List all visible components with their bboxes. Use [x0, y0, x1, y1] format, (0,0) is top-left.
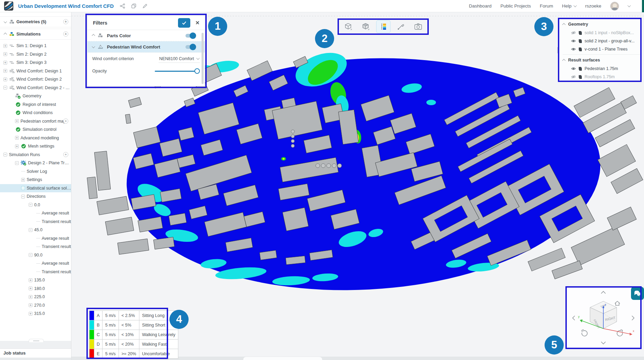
scene-section-geometry[interactable]: Geometry — [559, 20, 641, 29]
close-filters-button[interactable]: ✕ — [194, 19, 201, 27]
expand-toggle-icon[interactable]: + — [21, 178, 25, 182]
add-button[interactable]: + — [63, 31, 68, 37]
tree-item-135-0[interactable]: +135.0 — [0, 276, 71, 285]
nav-public-projects[interactable]: Public Projects — [501, 3, 531, 9]
collapse-toggle-icon[interactable]: − — [29, 203, 32, 207]
opacity-slider-knob[interactable] — [194, 68, 200, 74]
tree-item-settings[interactable]: +Settings — [0, 176, 71, 184]
user-menu-chevron-icon[interactable] — [628, 4, 631, 7]
eye-hidden-icon[interactable] — [571, 75, 576, 79]
chevron-down-icon[interactable] — [4, 20, 7, 23]
tree-item-wind-conditions[interactable]: Wind conditions — [0, 109, 71, 117]
add-button[interactable]: + — [63, 19, 68, 24]
collapse-toggle-icon[interactable]: − — [29, 253, 32, 257]
screenshot-button[interactable] — [411, 20, 425, 33]
scene-item-pedestrian-1-75m[interactable]: Pedestrian 1.75m — [559, 65, 641, 73]
tree-item-45-0[interactable]: −45.0 — [0, 226, 71, 234]
collapse-toggle-icon[interactable]: − — [15, 161, 19, 165]
eye-visible-icon[interactable] — [571, 39, 576, 43]
expand-toggle-icon[interactable]: + — [3, 44, 7, 48]
expand-toggle-icon[interactable]: + — [3, 52, 7, 56]
chevron-down-icon[interactable] — [92, 45, 95, 48]
expand-toggle-icon[interactable]: + — [29, 287, 32, 290]
wireframe-cube-button[interactable] — [341, 20, 355, 33]
expand-toggle-icon[interactable]: + — [15, 144, 19, 148]
eye-hidden-icon[interactable] — [571, 31, 576, 35]
collapse-toggle-icon[interactable]: − — [3, 86, 7, 89]
viewport-bottom-popup[interactable] — [243, 357, 322, 360]
expand-toggle-icon[interactable]: + — [15, 136, 19, 140]
tree-item-region-of-interest[interactable]: Region of interest — [0, 100, 71, 109]
tree-item-average-result[interactable]: Average result — [0, 259, 71, 268]
navigation-cube-panel[interactable]: TOP FRONT RIGHT z y x — [567, 288, 640, 348]
scene-section-result-surfaces[interactable]: Result surfaces — [559, 56, 641, 65]
tree-item-transient-result[interactable]: Transient result — [0, 268, 71, 276]
expand-toggle-icon[interactable]: + — [29, 278, 32, 282]
panel-drag-handle[interactable] — [557, 47, 559, 53]
expand-toggle-icon[interactable]: + — [29, 295, 32, 299]
tree-item-average-result[interactable]: Average result — [0, 234, 71, 243]
probe-button[interactable] — [394, 20, 408, 33]
add-button[interactable]: + — [63, 152, 68, 157]
tree-item-average-result[interactable]: Average result — [0, 209, 71, 218]
scene-item-solid-1-input-noslipbox[interactable]: solid 1 input - noSlipBox... — [559, 29, 641, 37]
nav-dashboard[interactable]: Dashboard — [469, 3, 492, 9]
collapse-toggle-icon[interactable]: − — [21, 186, 25, 190]
scene-item-v-cond-1-plane-trees[interactable]: v-cond 1 - Plane Trees — [559, 45, 641, 53]
expand-toggle-icon[interactable]: + — [3, 69, 7, 73]
expand-toggle-icon[interactable]: + — [3, 61, 7, 65]
chat-support-button[interactable] — [631, 287, 644, 300]
scene-item-rooftops-1-75m[interactable]: Rooftops 1.75m — [559, 73, 641, 81]
tree-item-wind-comfort-design-1[interactable]: +Wind Comfort: Design 1 — [0, 67, 71, 75]
filters-scrollbar[interactable] — [202, 33, 204, 84]
collapse-toggle-icon[interactable]: − — [21, 195, 25, 198]
app-logo-icon[interactable] — [4, 1, 13, 11]
job-status-drag-handle[interactable] — [29, 339, 44, 342]
tree-item-advanced-modelling[interactable]: +Advanced modelling — [0, 134, 71, 142]
visibility-toggle[interactable] — [186, 34, 195, 38]
copy-icon[interactable] — [131, 3, 136, 9]
tree-item-wind-comfort-design-2-tree[interactable]: −Wind Comfort: Design 2 - Tree ... — [0, 84, 71, 92]
add-button[interactable]: + — [63, 119, 68, 124]
filter-row-parts-color[interactable]: Parts Color — [87, 30, 205, 41]
chat-edge-tab[interactable] — [642, 0, 644, 12]
color-legend-button[interactable] — [376, 20, 390, 33]
tree-item-directions[interactable]: −Directions — [0, 192, 71, 201]
tree-item-pedestrian-comfort-map[interactable]: +Pedestrian comfort map+ — [0, 117, 71, 126]
user-avatar[interactable] — [610, 2, 619, 11]
nav-help[interactable]: Help — [562, 3, 576, 9]
tree-item-sim-1-design-1[interactable]: +Sim 1: Design 1 — [0, 42, 71, 50]
tree-item-sim-2-design-2[interactable]: +Sim 2: Design 2 — [0, 50, 71, 59]
filter-row-pedestrian-wind-comfort[interactable]: Pedestrian Wind Comfort — [87, 41, 205, 53]
collapse-toggle-icon[interactable]: − — [3, 153, 7, 156]
eye-visible-icon[interactable] — [571, 47, 576, 51]
job-status-header[interactable]: Job status — [0, 348, 71, 358]
tree-item-90-0[interactable]: −90.0 — [0, 251, 71, 260]
solid-cube-button[interactable] — [358, 20, 373, 33]
share-icon[interactable] — [120, 3, 125, 9]
collapse-toggle-icon[interactable]: − — [29, 228, 32, 232]
tree-item-transient-result[interactable]: Transient result — [0, 218, 71, 226]
scene-item-solid-2-input-group-all-v[interactable]: solid 2 input - group-all-v... — [559, 37, 641, 45]
tree-item-design-2-plane-trees-8[interactable]: −Design 2 - Plane Trees - 8 ... — [0, 159, 71, 167]
chevron-up-icon[interactable] — [92, 34, 95, 37]
opacity-slider[interactable] — [155, 71, 198, 72]
tree-item-180-0[interactable]: +180.0 — [0, 285, 71, 293]
tree-item-simulation-control[interactable]: Simulation control — [0, 125, 71, 134]
apply-filters-button[interactable] — [178, 18, 190, 28]
tree-item-simulations[interactable]: Simulations+ — [0, 29, 71, 40]
chevron-up-icon[interactable] — [4, 32, 7, 36]
expand-toggle-icon[interactable]: + — [29, 312, 32, 316]
eye-visible-icon[interactable] — [571, 67, 576, 71]
tree-item-225-0[interactable]: +225.0 — [0, 293, 71, 301]
edit-pencil-icon[interactable] — [142, 3, 148, 9]
tree-item-transient-result[interactable]: Transient result — [0, 243, 71, 251]
expand-toggle-icon[interactable]: + — [29, 303, 32, 307]
tree-item-geometry[interactable]: Geometry — [0, 92, 71, 100]
expand-toggle-icon[interactable]: + — [15, 119, 19, 123]
nav-username[interactable]: rszoeke — [585, 3, 601, 9]
visibility-toggle[interactable] — [186, 45, 195, 49]
tree-item-statistical-surface-solution[interactable]: −Statistical surface solution — [0, 184, 71, 193]
tree-item-wind-comfort-design-2[interactable]: +Wind Comfort: Design 2 — [0, 75, 71, 84]
tree-item-geometries-5[interactable]: Geometries (5)+ — [0, 16, 71, 27]
